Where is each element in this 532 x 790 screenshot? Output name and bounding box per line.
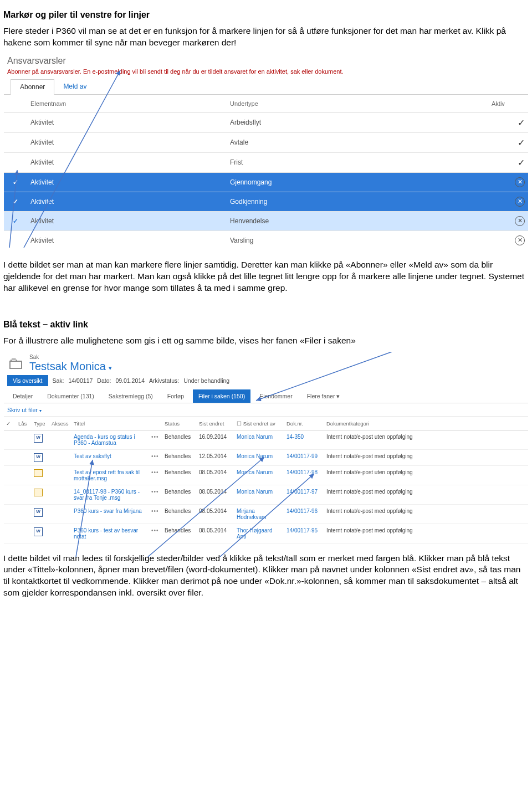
col-header: Type <box>32 417 49 430</box>
more-icon[interactable]: ••• <box>151 527 159 533</box>
doknr-link[interactable]: 14/00117-96 <box>287 508 318 514</box>
cell-category: Internt notat/e-post med oppfølging <box>324 449 528 465</box>
remove-icon[interactable]: ✕ <box>515 177 525 187</box>
paragraph-3: For å illustrere alle mulighetene som gi… <box>3 335 529 347</box>
paragraph-1: Flere steder i P360 vil man se at det er… <box>3 25 529 49</box>
col-header: Dokumentkategori <box>324 417 528 430</box>
file-title-link[interactable]: Test av saksflyt <box>74 453 111 459</box>
cell-elementnavn: Aktivitet <box>27 152 227 172</box>
mail-icon <box>34 469 43 477</box>
tab-eiendommer[interactable]: Eiendommer <box>254 389 298 403</box>
cell-status: Behandles <box>162 485 197 504</box>
tab-sakstremlegg-[interactable]: Sakstremlegg (5) <box>103 389 158 403</box>
tab-flere-faner[interactable]: Flere faner ▾ <box>301 389 346 403</box>
tab-meld-av[interactable]: Meld av <box>54 79 95 94</box>
cell-undertype: Frist <box>227 152 488 172</box>
table-row[interactable]: Test av epost rett fra sak til mottaker.… <box>4 465 528 485</box>
file-title-link[interactable]: P360 kurs - test av besvar notat <box>74 527 138 540</box>
doknr-link[interactable]: 14/00117-95 <box>287 527 318 533</box>
cell-undertype: Varsling <box>227 230 488 250</box>
skriv-ut-filer-link[interactable]: Skriv ut filer ▾ <box>4 403 528 417</box>
check-icon: ✓ <box>13 217 18 225</box>
tick-icon: ✓ <box>518 158 525 167</box>
changed-by-link[interactable]: Monica Narum <box>237 453 273 459</box>
cell-date: 12.05.2014 <box>197 449 234 465</box>
cell-category: Internt notat/e-post uten oppfølging <box>324 430 528 449</box>
check-icon: ✓ <box>13 178 18 186</box>
col-header: Sist endret <box>197 417 234 430</box>
cell-category: Internt notat/e-post med oppfølging <box>324 485 528 504</box>
changed-by-link[interactable]: Monica Narum <box>237 469 273 475</box>
changed-by-link[interactable]: Mirjana Hodnekvam <box>237 508 266 520</box>
more-icon[interactable]: ••• <box>151 508 159 514</box>
file-title-link[interactable]: Agenda - kurs og status i P360 - Adamstu… <box>74 434 135 446</box>
changed-by-link[interactable]: Monica Narum <box>237 434 273 440</box>
cell-category: Internt notat/e-post med oppfølging <box>324 504 528 524</box>
remove-icon[interactable]: ✕ <box>515 197 525 207</box>
table-row[interactable]: AktivitetFrist✓ <box>4 152 528 172</box>
table-row[interactable]: WP360 kurs - svar fra Mirjana•••Behandle… <box>4 504 528 524</box>
file-title-link[interactable]: 14_00117-98 - P360 kurs - svar fra Tonje… <box>74 489 140 501</box>
file-title-link[interactable]: Test av epost rett fra sak til mottaker.… <box>74 469 140 481</box>
more-icon[interactable]: ••• <box>151 434 159 440</box>
case-title[interactable]: Testsak Monica ▾ <box>29 360 112 373</box>
arkivstatus-label: Arkivstatus: <box>149 377 179 384</box>
panel-description: Abonner på ansvarsvarsler. En e-postmeld… <box>4 66 528 79</box>
select-all-check[interactable]: ✓ <box>6 420 11 427</box>
changed-by-link[interactable]: Thor Højgaard Anti <box>237 527 272 540</box>
table-row[interactable]: WTest av saksflyt•••Behandles12.05.2014M… <box>4 449 528 465</box>
dato-label: Dato: <box>97 377 111 384</box>
table-row[interactable]: AktivitetArbeidsflyt✓ <box>4 112 528 132</box>
mail-icon <box>34 489 43 496</box>
tab-detaljer[interactable]: Detaljer <box>7 389 38 403</box>
panel-title: Ansvarsvarsler <box>4 54 528 66</box>
paragraph-4: I dette bildet vil man ledes til forskje… <box>3 553 529 599</box>
col-header: ✓ <box>4 417 16 430</box>
cell-date: 16.09.2014 <box>197 430 234 449</box>
table-row[interactable]: 14_00117-98 - P360 kurs - svar fra Tonje… <box>4 485 528 504</box>
doknr-link[interactable]: 14-350 <box>287 434 304 440</box>
table-row[interactable]: AktivitetVarsling✕ <box>4 230 528 250</box>
table-row[interactable]: WAgenda - kurs og status i P360 - Adamst… <box>4 430 528 449</box>
doknr-link[interactable]: 14/00117-98 <box>287 469 318 475</box>
table-row[interactable]: ✓AktivitetGjennomgang✕ <box>4 172 528 192</box>
screenshot-filer-i-saken: 🗀 Sak Testsak Monica ▾ Vis oversikt Sak:… <box>3 351 529 544</box>
table-row[interactable]: ✓AktivitetGodkjenning✕ <box>4 192 528 211</box>
doknr-link[interactable]: 14/00117-97 <box>287 489 318 495</box>
doknr-link[interactable]: 14/00117-99 <box>287 453 318 459</box>
tick-icon: ✓ <box>518 138 525 147</box>
cell-undertype: Arbeidsflyt <box>227 112 488 132</box>
col-header: Status <box>162 417 197 430</box>
word-icon: W <box>34 453 43 462</box>
cell-elementnavn: Aktivitet <box>27 172 227 192</box>
table-row[interactable]: WP360 kurs - test av besvar notat•••Beha… <box>4 524 528 543</box>
screenshot-ansvarsvarsler: Ansvarsvarsler Abonner på ansvarsvarsler… <box>3 53 529 250</box>
remove-icon[interactable]: ✕ <box>515 216 525 226</box>
tab-filer-i-saken-[interactable]: Filer i saken (150) <box>193 389 250 403</box>
tab-abonner[interactable]: Abonner <box>11 79 54 95</box>
more-icon[interactable]: ••• <box>151 469 159 475</box>
col-header <box>149 417 162 430</box>
cell-date: 08.05.2014 <box>197 524 234 543</box>
col-header: Tittel <box>71 417 149 430</box>
word-icon: W <box>34 508 43 517</box>
remove-icon[interactable]: ✕ <box>515 235 525 245</box>
col-aktiv: Aktiv <box>488 95 528 113</box>
cell-undertype: Henvendelse <box>227 211 488 230</box>
table-row[interactable]: AktivitetAvtale✓ <box>4 132 528 152</box>
more-icon[interactable]: ••• <box>151 453 159 459</box>
filer-table: ✓LåsTypeAksessTittelStatusSist endret☐ S… <box>4 417 528 543</box>
tab-dokumenter-[interactable]: Dokumenter (131) <box>42 389 100 403</box>
cell-date: 08.05.2014 <box>197 485 234 504</box>
arkivstatus-value: Under behandling <box>183 377 229 384</box>
word-icon: W <box>34 527 43 536</box>
tab-forl-p[interactable]: Forløp <box>162 389 190 403</box>
cell-status: Behandles <box>162 449 197 465</box>
cell-category: Internt notat/e-post med oppfølging <box>324 524 528 543</box>
checkbox-icon[interactable]: ☐ <box>237 420 242 427</box>
changed-by-link[interactable]: Monica Narum <box>237 489 273 495</box>
vis-oversikt-button[interactable]: Vis oversikt <box>7 375 48 386</box>
file-title-link[interactable]: P360 kurs - svar fra Mirjana <box>74 508 142 514</box>
table-row[interactable]: ✓AktivitetHenvendelse✕ <box>4 211 528 230</box>
more-icon[interactable]: ••• <box>151 489 159 495</box>
